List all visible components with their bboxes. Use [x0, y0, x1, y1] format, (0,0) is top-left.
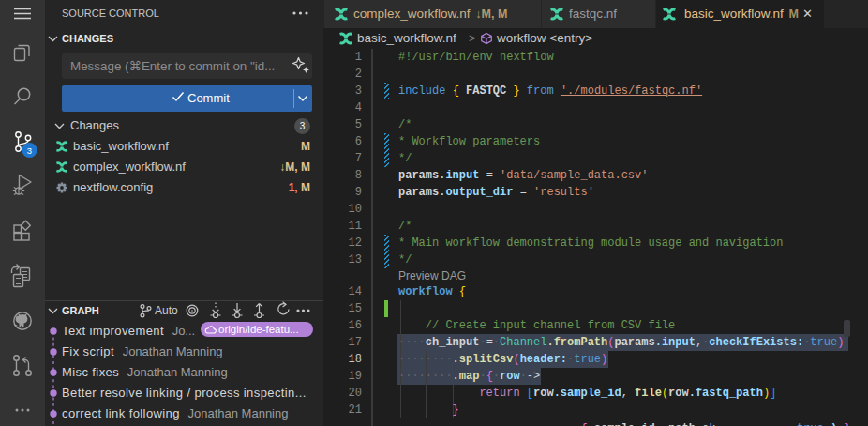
svg-text:3: 3 — [27, 145, 32, 156]
